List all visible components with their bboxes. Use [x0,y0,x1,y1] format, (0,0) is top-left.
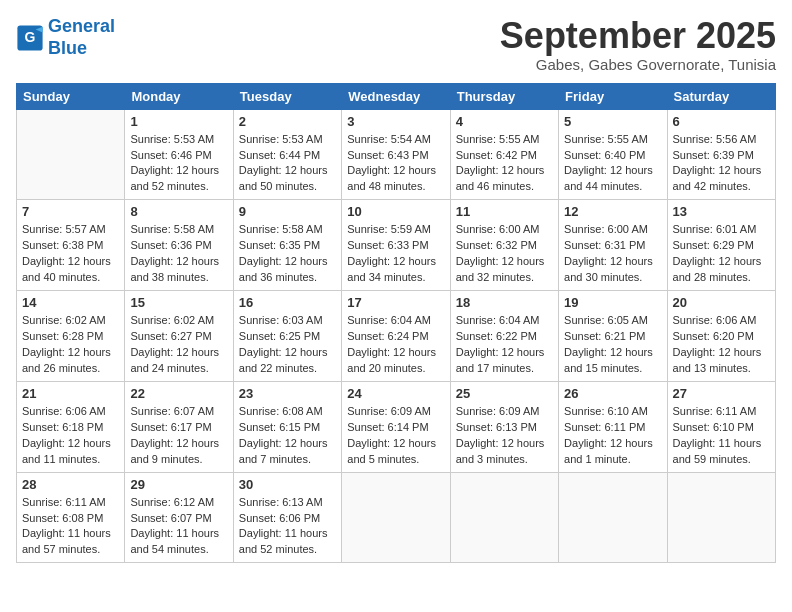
day-number: 14 [22,295,119,310]
day-number: 23 [239,386,336,401]
header-thursday: Thursday [450,83,558,109]
cell-info: Sunrise: 6:00 AMSunset: 6:32 PMDaylight:… [456,222,553,286]
cell-info: Sunrise: 6:06 AMSunset: 6:20 PMDaylight:… [673,313,770,377]
week-row-4: 21Sunrise: 6:06 AMSunset: 6:18 PMDayligh… [17,381,776,472]
week-row-5: 28Sunrise: 6:11 AMSunset: 6:08 PMDayligh… [17,472,776,563]
day-number: 27 [673,386,770,401]
day-number: 3 [347,114,444,129]
table-cell: 3Sunrise: 5:54 AMSunset: 6:43 PMDaylight… [342,109,450,200]
header-saturday: Saturday [667,83,775,109]
day-number: 1 [130,114,227,129]
header-sunday: Sunday [17,83,125,109]
day-number: 25 [456,386,553,401]
logo: G General Blue [16,16,115,59]
day-number: 4 [456,114,553,129]
week-row-1: 1Sunrise: 5:53 AMSunset: 6:46 PMDaylight… [17,109,776,200]
table-cell: 26Sunrise: 6:10 AMSunset: 6:11 PMDayligh… [559,381,667,472]
day-number: 13 [673,204,770,219]
day-number: 30 [239,477,336,492]
day-number: 16 [239,295,336,310]
week-row-3: 14Sunrise: 6:02 AMSunset: 6:28 PMDayligh… [17,291,776,382]
table-cell: 5Sunrise: 5:55 AMSunset: 6:40 PMDaylight… [559,109,667,200]
table-cell [17,109,125,200]
table-cell: 22Sunrise: 6:07 AMSunset: 6:17 PMDayligh… [125,381,233,472]
cell-info: Sunrise: 6:03 AMSunset: 6:25 PMDaylight:… [239,313,336,377]
table-cell: 11Sunrise: 6:00 AMSunset: 6:32 PMDayligh… [450,200,558,291]
day-number: 15 [130,295,227,310]
svg-text:G: G [25,29,36,45]
table-cell: 2Sunrise: 5:53 AMSunset: 6:44 PMDaylight… [233,109,341,200]
day-number: 11 [456,204,553,219]
cell-info: Sunrise: 6:02 AMSunset: 6:28 PMDaylight:… [22,313,119,377]
table-cell: 30Sunrise: 6:13 AMSunset: 6:06 PMDayligh… [233,472,341,563]
cell-info: Sunrise: 6:12 AMSunset: 6:07 PMDaylight:… [130,495,227,559]
table-cell: 17Sunrise: 6:04 AMSunset: 6:24 PMDayligh… [342,291,450,382]
cell-info: Sunrise: 6:02 AMSunset: 6:27 PMDaylight:… [130,313,227,377]
table-cell: 25Sunrise: 6:09 AMSunset: 6:13 PMDayligh… [450,381,558,472]
table-cell: 7Sunrise: 5:57 AMSunset: 6:38 PMDaylight… [17,200,125,291]
day-number: 8 [130,204,227,219]
table-cell: 15Sunrise: 6:02 AMSunset: 6:27 PMDayligh… [125,291,233,382]
cell-info: Sunrise: 5:55 AMSunset: 6:42 PMDaylight:… [456,132,553,196]
week-row-2: 7Sunrise: 5:57 AMSunset: 6:38 PMDaylight… [17,200,776,291]
table-cell: 8Sunrise: 5:58 AMSunset: 6:36 PMDaylight… [125,200,233,291]
table-cell [450,472,558,563]
cell-info: Sunrise: 5:58 AMSunset: 6:36 PMDaylight:… [130,222,227,286]
day-number: 9 [239,204,336,219]
cell-info: Sunrise: 5:57 AMSunset: 6:38 PMDaylight:… [22,222,119,286]
day-number: 6 [673,114,770,129]
header-wednesday: Wednesday [342,83,450,109]
table-cell: 12Sunrise: 6:00 AMSunset: 6:31 PMDayligh… [559,200,667,291]
cell-info: Sunrise: 5:59 AMSunset: 6:33 PMDaylight:… [347,222,444,286]
table-cell: 18Sunrise: 6:04 AMSunset: 6:22 PMDayligh… [450,291,558,382]
month-title: September 2025 [500,16,776,56]
day-number: 19 [564,295,661,310]
day-number: 24 [347,386,444,401]
day-number: 7 [22,204,119,219]
cell-info: Sunrise: 6:10 AMSunset: 6:11 PMDaylight:… [564,404,661,468]
calendar-table: Sunday Monday Tuesday Wednesday Thursday… [16,83,776,564]
cell-info: Sunrise: 6:05 AMSunset: 6:21 PMDaylight:… [564,313,661,377]
day-number: 20 [673,295,770,310]
day-number: 29 [130,477,227,492]
day-number: 18 [456,295,553,310]
cell-info: Sunrise: 5:58 AMSunset: 6:35 PMDaylight:… [239,222,336,286]
table-cell [342,472,450,563]
cell-info: Sunrise: 6:11 AMSunset: 6:10 PMDaylight:… [673,404,770,468]
table-cell: 29Sunrise: 6:12 AMSunset: 6:07 PMDayligh… [125,472,233,563]
day-number: 12 [564,204,661,219]
table-cell: 16Sunrise: 6:03 AMSunset: 6:25 PMDayligh… [233,291,341,382]
cell-info: Sunrise: 5:53 AMSunset: 6:46 PMDaylight:… [130,132,227,196]
title-block: September 2025 Gabes, Gabes Governorate,… [500,16,776,73]
day-number: 2 [239,114,336,129]
table-cell: 28Sunrise: 6:11 AMSunset: 6:08 PMDayligh… [17,472,125,563]
day-number: 5 [564,114,661,129]
cell-info: Sunrise: 5:56 AMSunset: 6:39 PMDaylight:… [673,132,770,196]
table-cell: 21Sunrise: 6:06 AMSunset: 6:18 PMDayligh… [17,381,125,472]
cell-info: Sunrise: 6:01 AMSunset: 6:29 PMDaylight:… [673,222,770,286]
table-cell: 14Sunrise: 6:02 AMSunset: 6:28 PMDayligh… [17,291,125,382]
cell-info: Sunrise: 6:13 AMSunset: 6:06 PMDaylight:… [239,495,336,559]
header-friday: Friday [559,83,667,109]
table-cell [667,472,775,563]
cell-info: Sunrise: 6:00 AMSunset: 6:31 PMDaylight:… [564,222,661,286]
table-cell: 20Sunrise: 6:06 AMSunset: 6:20 PMDayligh… [667,291,775,382]
cell-info: Sunrise: 6:08 AMSunset: 6:15 PMDaylight:… [239,404,336,468]
table-cell: 1Sunrise: 5:53 AMSunset: 6:46 PMDaylight… [125,109,233,200]
table-cell: 6Sunrise: 5:56 AMSunset: 6:39 PMDaylight… [667,109,775,200]
cell-info: Sunrise: 6:09 AMSunset: 6:13 PMDaylight:… [456,404,553,468]
table-cell: 13Sunrise: 6:01 AMSunset: 6:29 PMDayligh… [667,200,775,291]
cell-info: Sunrise: 6:06 AMSunset: 6:18 PMDaylight:… [22,404,119,468]
table-cell: 4Sunrise: 5:55 AMSunset: 6:42 PMDaylight… [450,109,558,200]
logo-icon: G [16,24,44,52]
cell-info: Sunrise: 5:55 AMSunset: 6:40 PMDaylight:… [564,132,661,196]
weekday-header-row: Sunday Monday Tuesday Wednesday Thursday… [17,83,776,109]
table-cell: 27Sunrise: 6:11 AMSunset: 6:10 PMDayligh… [667,381,775,472]
table-cell: 24Sunrise: 6:09 AMSunset: 6:14 PMDayligh… [342,381,450,472]
location-subtitle: Gabes, Gabes Governorate, Tunisia [500,56,776,73]
day-number: 17 [347,295,444,310]
logo-text: General Blue [48,16,115,59]
day-number: 26 [564,386,661,401]
cell-info: Sunrise: 6:09 AMSunset: 6:14 PMDaylight:… [347,404,444,468]
cell-info: Sunrise: 5:53 AMSunset: 6:44 PMDaylight:… [239,132,336,196]
